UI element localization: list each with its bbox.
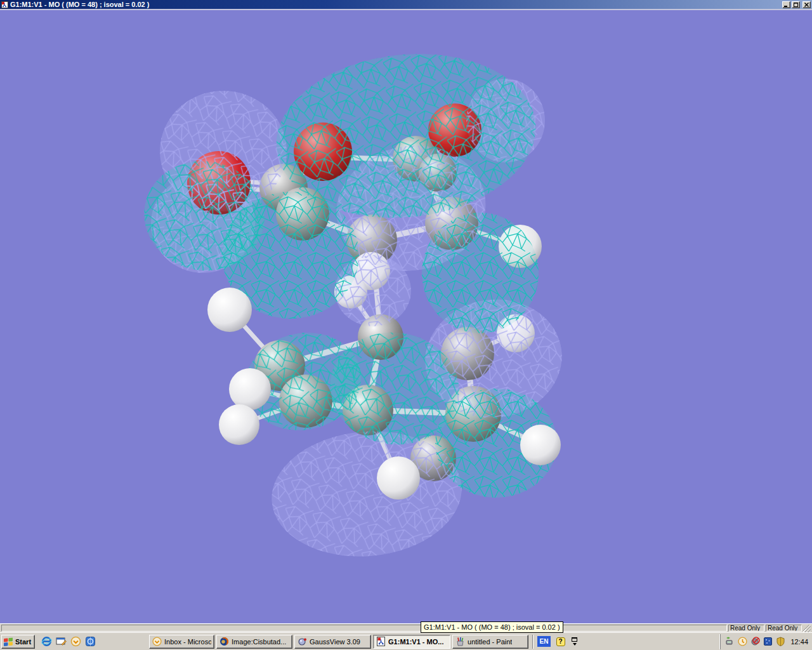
gaussview-doc-icon [376, 637, 386, 646]
firefox-icon [219, 637, 229, 646]
security-shield-icon[interactable] [775, 637, 785, 647]
task-button-label: Inbox - Microso... [164, 638, 211, 646]
task-button-inbox[interactable]: Inbox - Microso... [149, 635, 214, 649]
status-bar: Read Only Read Only [0, 623, 812, 632]
molecular-orbital-scene [0, 9, 812, 623]
task-button-image[interactable]: Image:Cisbutad... [216, 635, 292, 649]
task-button-label: untitled - Paint [468, 638, 512, 646]
mo-lobe-positive-mesh [422, 213, 539, 333]
language-indicator[interactable]: EN [537, 636, 551, 647]
windows-logo-icon [4, 637, 13, 646]
hydrogen-atom [207, 288, 252, 332]
start-button-label: Start [15, 638, 31, 646]
gaussview-doc-icon [1, 1, 8, 8]
desktop-screen: G1:M1:V1 - MO ( (MO = 48) ; isoval = 0.0… [0, 0, 812, 650]
window-titlebar: G1:M1:V1 - MO ( (MO = 48) ; isoval = 0.0… [0, 0, 812, 9]
paint-icon [455, 637, 465, 646]
media-app-icon[interactable] [84, 636, 96, 647]
outlook-icon [152, 637, 162, 646]
window-title: G1:M1:V1 - MO ( (MO = 48) ; isoval = 0.0… [10, 1, 780, 9]
language-bar: EN ? [532, 635, 577, 649]
chevron-down-icon [573, 643, 577, 646]
task-button-mo-window[interactable]: G1:M1:V1 - MO... [373, 635, 450, 649]
taskbar: Start [0, 632, 812, 650]
gaussview-icon [298, 637, 307, 646]
task-button-label: GaussView 3.09 [310, 638, 360, 646]
taskbar-divider [532, 635, 534, 649]
internet-explorer-icon[interactable] [41, 636, 52, 647]
maximize-button[interactable] [792, 1, 800, 8]
task-button-label: G1:M1:V1 - MO... [388, 638, 443, 646]
task-button-label: Image:Cisbutad... [232, 638, 286, 646]
mute-icon[interactable] [750, 637, 760, 647]
mo-viewport[interactable] [0, 9, 812, 623]
show-desktop-icon[interactable] [55, 636, 67, 647]
restore-language-bar-icon [572, 637, 577, 642]
system-tray: 12:44 [720, 634, 811, 649]
taskbar-tooltip: G1:M1:V1 - MO ( (MO = 48) ; isoval = 0.0… [421, 621, 563, 633]
reminder-clock-icon[interactable] [737, 637, 747, 647]
hydrogen-atom [219, 404, 259, 445]
minimize-button[interactable] [782, 1, 790, 8]
close-button[interactable] [802, 1, 811, 8]
status-readonly-panel: Read Only [728, 625, 764, 632]
resize-grip[interactable] [803, 625, 811, 632]
help-icon: ? [556, 637, 565, 646]
network-icon[interactable] [724, 637, 735, 647]
outlook-reminder-icon[interactable] [70, 636, 81, 647]
task-button-paint[interactable]: untitled - Paint [452, 635, 528, 649]
hydrogen-atom [229, 368, 271, 410]
language-bar-options[interactable] [572, 637, 577, 646]
quick-launch-bar [41, 636, 96, 647]
blue-app-icon[interactable] [763, 637, 773, 647]
start-button[interactable]: Start [1, 635, 35, 649]
task-button-gaussview[interactable]: GaussView 3.09 [294, 635, 371, 649]
language-help-button[interactable]: ? [554, 636, 566, 647]
status-bar-main-panel [1, 625, 727, 632]
task-buttons: Inbox - Microso... Image:Cisbutad... Gau… [149, 635, 528, 649]
taskbar-clock: 12:44 [790, 638, 808, 646]
window-inner-border [0, 9, 812, 10]
status-readonly-panel: Read Only [766, 625, 802, 632]
hydrogen-atom [377, 456, 420, 500]
hydrogen-atom [520, 425, 561, 465]
